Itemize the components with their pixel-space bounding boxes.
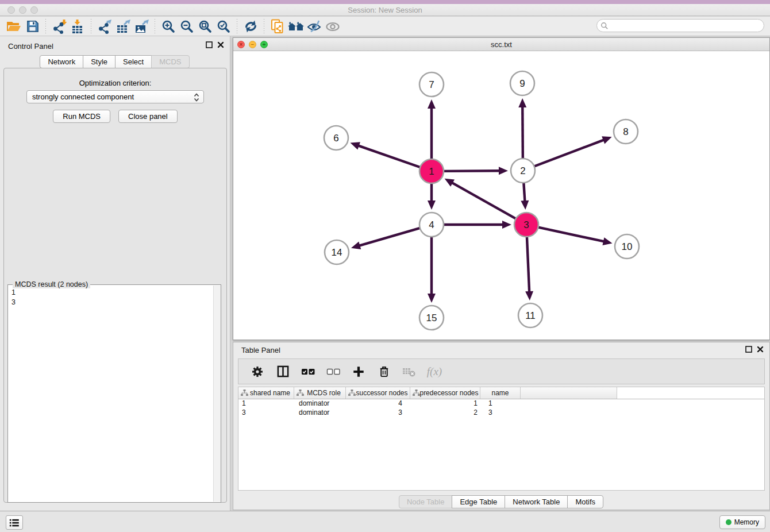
delete-table-button — [399, 363, 419, 380]
column-view-button[interactable] — [273, 363, 292, 380]
graph-node-3[interactable]: 3 — [514, 213, 538, 237]
graph-node-label: 9 — [519, 78, 525, 89]
graph-node-4[interactable]: 4 — [419, 213, 444, 237]
graph-edge-2-8[interactable] — [533, 140, 605, 167]
delete-column-button[interactable] — [374, 363, 394, 380]
zoom-fit-button[interactable] — [196, 18, 214, 35]
graph-node-7[interactable]: 7 — [419, 72, 444, 97]
graph-arrowhead-4-3 — [502, 221, 511, 229]
column-header-name[interactable]: name — [480, 387, 521, 399]
save-session-button[interactable] — [23, 18, 41, 35]
table-row[interactable]: 3dominator323 — [238, 408, 764, 418]
zoom-out-button[interactable] — [178, 18, 196, 35]
column-header-predecessor-nodes[interactable]: predecessor nodes — [410, 387, 480, 399]
mcds-result-text[interactable]: 1 3 — [9, 287, 213, 502]
zoom-selected-button[interactable] — [214, 18, 233, 35]
graph-arrowhead-1-2 — [499, 167, 508, 175]
open-session-button[interactable] — [5, 18, 23, 35]
deselect-all-button[interactable] — [324, 363, 343, 380]
graph-node-11[interactable]: 11 — [518, 303, 542, 327]
graph-arrowhead-4-15 — [428, 294, 436, 303]
close-panel-button[interactable]: Close panel — [118, 110, 178, 123]
result-scrollbar[interactable] — [213, 286, 221, 502]
export-image-button[interactable] — [132, 18, 151, 35]
tab-mcds[interactable]: MCDS — [151, 55, 189, 68]
list-icon — [9, 518, 20, 527]
add-column-button[interactable] — [349, 363, 368, 380]
graph-edge-3-11[interactable] — [527, 236, 529, 293]
export-image-icon — [134, 19, 149, 34]
graph-edge-2-3[interactable] — [523, 182, 525, 202]
column-header-shared-name[interactable]: shared name — [238, 387, 294, 399]
optimization-criterion-select[interactable]: strongly connected component — [26, 90, 204, 103]
table-cell: dominator — [294, 408, 346, 418]
new-network-from-selection-button[interactable] — [268, 18, 287, 35]
graph-node-8[interactable]: 8 — [614, 119, 638, 144]
zoom-in-icon — [161, 20, 175, 33]
close-panel-icon[interactable] — [217, 41, 224, 48]
graph-node-10[interactable]: 10 — [615, 234, 639, 259]
app-title: Session: New Session — [0, 6, 770, 14]
import-network-button[interactable] — [50, 18, 68, 35]
tab-style[interactable]: Style — [83, 55, 116, 68]
graph-edge-3-10[interactable] — [537, 227, 605, 242]
export-network-button[interactable] — [95, 18, 114, 35]
table-row[interactable]: 1dominator411 — [238, 399, 764, 408]
import-table-button[interactable] — [68, 18, 87, 35]
export-table-button[interactable] — [114, 18, 132, 35]
toolbar-separator — [91, 19, 91, 34]
graph-node-1[interactable]: 1 — [419, 159, 444, 183]
graph-node-label: 6 — [333, 133, 338, 144]
graph-node-15[interactable]: 15 — [419, 306, 444, 330]
graph-node-14[interactable]: 14 — [325, 240, 349, 264]
tab-edge-table[interactable]: Edge Table — [452, 495, 505, 508]
network-canvas[interactable]: 7968124314101511 — [233, 51, 769, 340]
graph-arrowhead-2-3 — [521, 201, 529, 210]
column-header-MCDS-role[interactable]: MCDS role — [294, 387, 346, 399]
tab-node-table[interactable]: Node Table — [399, 495, 453, 508]
float-table-panel-icon[interactable] — [745, 346, 752, 353]
optimization-criterion-label: Optimization criterion: — [4, 79, 226, 87]
hide-selected-button[interactable] — [305, 18, 324, 35]
toolbar-separator — [45, 19, 46, 34]
search-input[interactable] — [609, 22, 764, 30]
graph-edge-1-2[interactable] — [442, 171, 500, 171]
network-window-titlebar[interactable]: × − + scc.txt — [233, 38, 769, 51]
open-folder-icon — [6, 20, 21, 33]
table-panel: Table Panel — [233, 342, 770, 510]
graph-edge-4-14[interactable] — [358, 228, 421, 246]
task-history-button[interactable] — [6, 515, 23, 530]
column-header-successor-nodes[interactable]: successor nodes — [346, 387, 410, 399]
tab-motifs[interactable]: Motifs — [567, 495, 603, 508]
app-titlebar: Session: New Session — [0, 4, 770, 16]
desktop-strip — [0, 0, 770, 4]
table-settings-button[interactable] — [248, 363, 267, 380]
zoom-in-button[interactable] — [159, 18, 178, 35]
node-table[interactable]: shared nameMCDS rolesuccessor nodesprede… — [238, 387, 765, 491]
eye-slash-icon — [307, 20, 322, 33]
table-cell: 3 — [238, 408, 294, 418]
tab-network[interactable]: Network — [40, 55, 83, 68]
refresh-button[interactable] — [241, 18, 260, 35]
select-all-button[interactable] — [298, 363, 318, 380]
two-houses-icon — [287, 20, 305, 33]
search-icon — [600, 22, 609, 30]
graph-node-2[interactable]: 2 — [511, 159, 535, 183]
tab-select[interactable]: Select — [115, 55, 152, 68]
hierarchy-icon — [348, 390, 356, 396]
show-all-button[interactable] — [324, 18, 342, 35]
table-cell: 1 — [410, 399, 480, 408]
close-table-panel-icon[interactable] — [757, 346, 764, 353]
graph-edge-2-9[interactable] — [522, 106, 523, 160]
float-panel-icon[interactable] — [206, 41, 213, 48]
graph-node-6[interactable]: 6 — [324, 126, 348, 150]
graph-node-9[interactable]: 9 — [510, 71, 534, 95]
run-mcds-button[interactable]: Run MCDS — [53, 110, 110, 123]
search-field[interactable] — [596, 19, 764, 32]
graph-edge-1-6[interactable] — [357, 145, 421, 168]
first-neighbors-button[interactable] — [287, 18, 305, 35]
hierarchy-icon — [241, 390, 248, 396]
memory-button[interactable]: Memory — [719, 515, 765, 529]
tab-network-table[interactable]: Network Table — [505, 495, 568, 508]
graph-edge-3-1[interactable] — [451, 182, 517, 219]
